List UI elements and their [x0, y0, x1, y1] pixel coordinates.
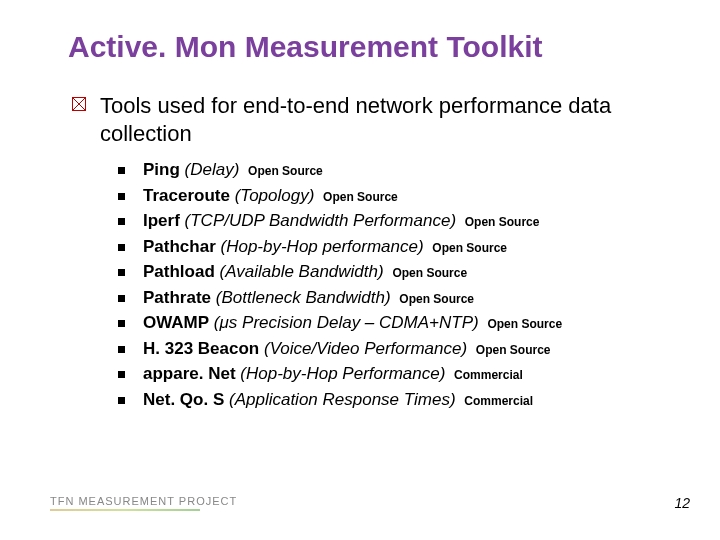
tool-name: Pathrate	[143, 288, 211, 307]
list-item: appare. Net (Hop-by-Hop Performance) Com…	[118, 361, 670, 387]
tool-tag: Open Source	[465, 215, 540, 229]
square-bullet-icon	[118, 218, 125, 225]
tool-tag: Open Source	[248, 164, 323, 178]
tool-name: H. 323 Beacon	[143, 339, 259, 358]
tool-name: Pathchar	[143, 237, 216, 256]
list-item: Ping (Delay) Open Source	[118, 157, 670, 183]
footer: TFN MEASUREMENT PROJECT 12	[50, 488, 690, 518]
tool-tag: Open Source	[432, 241, 507, 255]
tool-tag: Commercial	[454, 368, 523, 382]
square-bullet-icon	[118, 295, 125, 302]
list-item: Net. Qo. S (Application Response Times) …	[118, 387, 670, 413]
list-item: Traceroute (Topology) Open Source	[118, 183, 670, 209]
list-item: Pathrate (Bottleneck Bandwidth) Open Sou…	[118, 285, 670, 311]
tool-desc: (Topology)	[235, 186, 315, 205]
slide-title: Active. Mon Measurement Toolkit	[68, 30, 670, 64]
footer-underline-icon	[50, 509, 200, 511]
tool-tag: Open Source	[392, 266, 467, 280]
list-item: Pathchar (Hop-by-Hop performance) Open S…	[118, 234, 670, 260]
tool-desc: (Hop-by-Hop performance)	[220, 237, 423, 256]
intro-row: Tools used for end-to-end network perfor…	[72, 92, 670, 147]
square-bullet-icon	[118, 269, 125, 276]
tool-desc: (μs Precision Delay – CDMA+NTP)	[214, 313, 479, 332]
placeholder-icon	[72, 97, 86, 111]
tool-desc: (Delay)	[185, 160, 240, 179]
tool-desc: (Hop-by-Hop Performance)	[240, 364, 445, 383]
square-bullet-icon	[118, 244, 125, 251]
list-item: Pathload (Available Bandwidth) Open Sour…	[118, 259, 670, 285]
tool-name: Pathload	[143, 262, 215, 281]
list-item: H. 323 Beacon (Voice/Video Performance) …	[118, 336, 670, 362]
square-bullet-icon	[118, 371, 125, 378]
tool-name: Iperf	[143, 211, 180, 230]
tool-desc: (Bottleneck Bandwidth)	[216, 288, 391, 307]
square-bullet-icon	[118, 320, 125, 327]
tool-tag: Open Source	[476, 343, 551, 357]
slide: Active. Mon Measurement Toolkit Tools us…	[0, 0, 720, 540]
tool-name: Net. Qo. S	[143, 390, 224, 409]
tool-desc: (TCP/UDP Bandwidth Performance)	[185, 211, 456, 230]
tool-tag: Open Source	[323, 190, 398, 204]
tool-desc: (Voice/Video Performance)	[264, 339, 467, 358]
tool-list: Ping (Delay) Open Source Traceroute (Top…	[118, 157, 670, 412]
intro-text: Tools used for end-to-end network perfor…	[100, 92, 670, 147]
tool-tag: Open Source	[399, 292, 474, 306]
tool-tag: Open Source	[487, 317, 562, 331]
tool-desc: (Application Response Times)	[229, 390, 456, 409]
tool-name: Traceroute	[143, 186, 230, 205]
tool-tag: Commercial	[464, 394, 533, 408]
tool-name: Ping	[143, 160, 180, 179]
square-bullet-icon	[118, 397, 125, 404]
list-item: Iperf (TCP/UDP Bandwidth Performance) Op…	[118, 208, 670, 234]
tool-desc: (Available Bandwidth)	[220, 262, 384, 281]
page-number: 12	[674, 495, 690, 511]
footer-logo: TFN MEASUREMENT PROJECT	[50, 495, 237, 511]
tool-name: OWAMP	[143, 313, 209, 332]
list-item: OWAMP (μs Precision Delay – CDMA+NTP) Op…	[118, 310, 670, 336]
square-bullet-icon	[118, 193, 125, 200]
footer-logo-text: TFN MEASUREMENT PROJECT	[50, 495, 237, 507]
square-bullet-icon	[118, 167, 125, 174]
square-bullet-icon	[118, 346, 125, 353]
tool-name: appare. Net	[143, 364, 236, 383]
